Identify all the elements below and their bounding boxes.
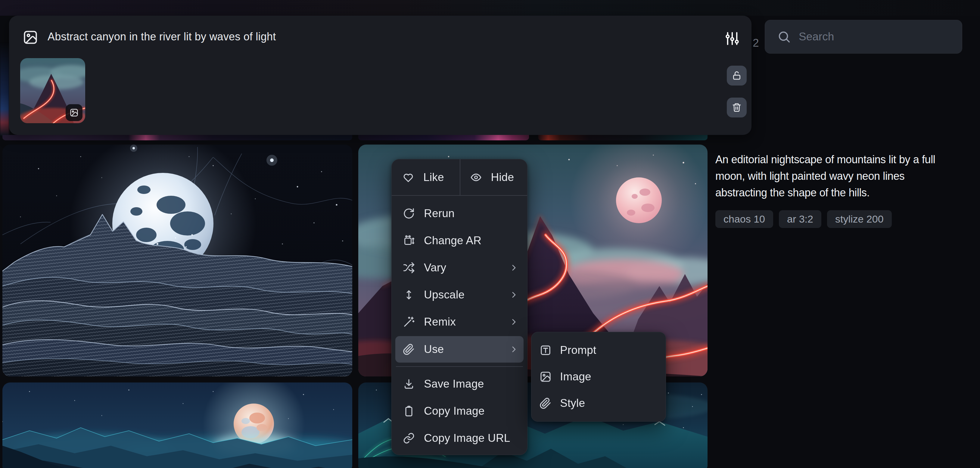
like-button[interactable]: Like xyxy=(392,159,460,195)
prompt-text[interactable]: Abstract canyon in the river lit by wave… xyxy=(48,29,276,44)
menu-item-label: Save Image xyxy=(424,378,484,390)
submenu-item-style[interactable]: Style xyxy=(531,390,666,417)
menu-item-save-image[interactable]: Save Image xyxy=(392,371,527,398)
wand-icon xyxy=(403,316,415,328)
blurred-header-backdrop xyxy=(0,0,980,16)
delete-button[interactable] xyxy=(727,97,747,118)
unlock-button[interactable] xyxy=(727,66,747,86)
image-tile-wireframe-moon[interactable] xyxy=(2,145,352,376)
tag-chaos[interactable]: chaos 10 xyxy=(715,210,773,228)
search-input[interactable] xyxy=(798,30,962,43)
rerun-icon xyxy=(403,207,415,220)
menu-item-remix[interactable]: Remix xyxy=(392,309,527,336)
submenu-item-label: Style xyxy=(560,397,585,409)
clipped-background-text: 2 xyxy=(752,37,759,49)
partial-image-strip xyxy=(2,135,352,140)
lock-open-icon xyxy=(732,70,742,81)
submenu-item-image[interactable]: Image xyxy=(531,363,666,390)
image-icon xyxy=(22,30,38,45)
download-icon xyxy=(403,378,415,390)
submenu-item-prompt[interactable]: Prompt xyxy=(531,337,666,363)
image-tile-teal-moon-valley[interactable] xyxy=(2,382,352,468)
aspect-ratio-icon xyxy=(403,235,415,247)
partial-image-strip xyxy=(538,135,708,140)
text-box-icon xyxy=(539,344,552,356)
menu-item-copy-image-url[interactable]: Copy Image URL xyxy=(392,425,527,452)
partial-image-strip xyxy=(358,135,529,140)
chevron-right-icon xyxy=(509,290,518,299)
tag-aspect-ratio[interactable]: ar 3:2 xyxy=(779,210,821,228)
hide-label: Hide xyxy=(491,171,514,184)
menu-item-label: Copy Image xyxy=(424,405,485,417)
description-line: An editorial nightscape of mountains lit… xyxy=(715,151,971,168)
prompt-bar: Abstract canyon in the river lit by wave… xyxy=(9,16,751,135)
menu-item-label: Remix xyxy=(424,315,456,328)
quick-actions-row: Like Hide xyxy=(392,159,527,195)
chevron-right-icon xyxy=(509,263,518,272)
menu-item-use[interactable]: Use xyxy=(395,336,523,363)
thumbnail-type-badge xyxy=(66,104,83,121)
image-icon xyxy=(539,371,552,383)
search-icon xyxy=(777,30,791,44)
menu-item-label: Rerun xyxy=(424,207,455,220)
prompt-image-thumbnail[interactable] xyxy=(20,58,85,123)
menu-item-upscale[interactable]: Upscale xyxy=(392,281,527,309)
heart-icon xyxy=(402,171,414,183)
image-description[interactable]: An editorial nightscape of mountains lit… xyxy=(715,151,971,201)
menu-item-label: Use xyxy=(424,343,444,356)
menu-item-label: Change AR xyxy=(424,234,481,247)
trash-icon xyxy=(732,102,742,113)
parameter-tags: chaos 10 ar 3:2 stylize 200 xyxy=(715,210,892,228)
search-box xyxy=(765,20,962,54)
paperclip-icon xyxy=(539,397,552,409)
tag-stylize[interactable]: stylize 200 xyxy=(827,210,892,228)
paperclip-icon xyxy=(403,343,415,355)
menu-item-rerun[interactable]: Rerun xyxy=(392,200,527,227)
menu-item-label: Vary xyxy=(424,261,446,274)
menu-item-copy-image[interactable]: Copy Image xyxy=(392,398,527,425)
use-submenu: Prompt Image Style xyxy=(531,332,666,422)
description-line: abstracting the shape of the hills. xyxy=(715,184,971,201)
menu-item-label: Upscale xyxy=(424,288,465,301)
description-line: moon, with light painted wavy neon lines xyxy=(715,168,971,184)
menu-item-change-ar[interactable]: Change AR xyxy=(392,227,527,254)
clipboard-icon xyxy=(403,405,415,417)
submenu-item-label: Prompt xyxy=(560,344,596,357)
sliders-icon xyxy=(724,31,740,46)
menu-item-label: Copy Image URL xyxy=(424,432,510,444)
chevron-right-icon xyxy=(509,317,518,326)
chevron-right-icon xyxy=(509,345,518,354)
eye-icon xyxy=(470,171,482,183)
link-icon xyxy=(403,432,415,444)
menu-item-vary[interactable]: Vary xyxy=(392,254,527,281)
partial-image-edge xyxy=(0,42,9,135)
shuffle-icon xyxy=(403,262,415,274)
image-context-menu: Like Hide Rerun Change AR Vary Upscale xyxy=(391,159,528,455)
image-icon xyxy=(70,108,79,117)
submenu-item-label: Image xyxy=(560,371,591,383)
like-label: Like xyxy=(423,171,444,184)
filter-settings-button[interactable] xyxy=(721,28,743,49)
hide-button[interactable]: Hide xyxy=(460,159,528,195)
up-down-arrow-icon xyxy=(403,289,415,301)
